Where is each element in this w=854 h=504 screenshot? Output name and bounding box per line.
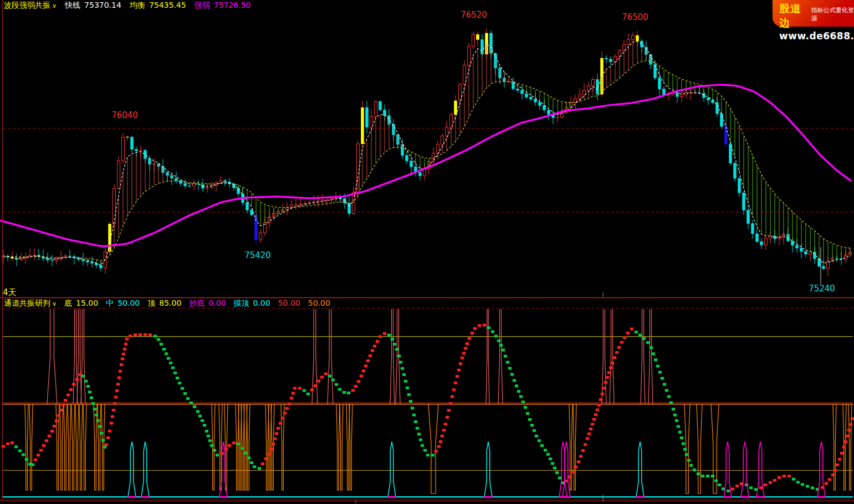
oscillator-dash: [579, 455, 582, 458]
field-label: 强弱: [195, 1, 210, 10]
oscillator-dash: [558, 477, 561, 480]
field-label: 底: [64, 299, 72, 308]
cyan-spike: [388, 442, 396, 497]
candle-body: [375, 101, 377, 116]
oscillator-dash: [59, 409, 63, 412]
field-top-level: 顶 85.00: [147, 299, 181, 308]
oscillator-dash: [181, 387, 184, 390]
oscillator-dash: [176, 377, 179, 379]
candle-body: [539, 102, 541, 105]
candle-body: [184, 183, 187, 186]
oscillator-dash: [568, 476, 571, 479]
candle-body: [47, 258, 49, 260]
oscillator-dash: [524, 406, 527, 409]
oscillator-dash: [397, 354, 401, 357]
oscillator-dash: [806, 485, 809, 487]
const-value-orange: 50.00: [308, 299, 330, 308]
ma-line-yellow: [3, 61, 850, 261]
oscillator-dash: [706, 475, 709, 477]
candle-body: [259, 233, 262, 239]
oscillator-dash: [250, 461, 253, 464]
candle-body: [472, 34, 475, 46]
oscillator-dash: [261, 462, 264, 465]
logo-url: www.de6688.com: [779, 30, 854, 42]
oscillator-dash: [796, 481, 800, 484]
orange-spike: [212, 404, 215, 490]
sub-indicator-selector[interactable]: 通道共振研判 ∨: [4, 299, 57, 308]
orange-spike: [25, 404, 28, 490]
oscillator-dash: [364, 364, 367, 367]
oscillator-dash: [232, 441, 236, 444]
candle-body: [610, 59, 612, 62]
magenta-spike: [562, 442, 570, 497]
main-indicator-selector[interactable]: 波段强弱共振 ∨: [4, 1, 57, 10]
chart-canvas[interactable]: 76040765207650075420752404天: [0, 0, 854, 504]
candle-body: [534, 99, 537, 102]
field-value: 75435.45: [149, 1, 186, 10]
candle-body: [756, 234, 759, 241]
oscillator-dash: [37, 454, 40, 456]
oscillator-dash: [411, 407, 414, 409]
oscillator-dash: [335, 383, 338, 386]
salmon-spike: [498, 309, 503, 404]
oscillator-dash: [456, 375, 459, 378]
oscillator-dash: [783, 475, 786, 477]
oscillator-dash: [606, 376, 609, 379]
candle-body: [592, 80, 595, 86]
oscillator-dash: [597, 404, 601, 407]
oscillator-dash: [426, 454, 429, 456]
oscillator-dash: [22, 454, 25, 456]
oscillator-dash: [513, 379, 516, 382]
oscillator-dash: [687, 459, 691, 462]
oscillator-dash: [196, 410, 200, 413]
orange-spike: [29, 404, 33, 490]
oscillator-dash: [366, 359, 370, 362]
candle-body: [113, 188, 116, 224]
oscillator-dash: [34, 459, 37, 461]
chevron-down-icon[interactable]: ∨: [52, 299, 57, 308]
oscillator-dash: [171, 367, 175, 369]
candle-body: [809, 252, 812, 254]
oscillator-dash: [401, 367, 404, 370]
oscillator-dash: [407, 393, 411, 396]
oscillator-dash: [205, 430, 208, 433]
oscillator-dash: [108, 430, 111, 433]
oscillator-dash: [360, 375, 363, 378]
sub-indicator-title[interactable]: 通道共振研判: [4, 299, 50, 308]
price-label: 75420: [244, 250, 271, 260]
cyan-spike: [128, 442, 136, 497]
oscillator-dash: [387, 333, 391, 336]
baseline-signal-segment: [141, 496, 150, 498]
logo-banner[interactable]: 股道边 指标公式量化资源 www.de6688.com: [773, 0, 854, 27]
field-label: 摸顶: [234, 299, 249, 308]
salmon-spike: [77, 309, 81, 404]
oscillator-dash: [555, 471, 559, 474]
oscillator-dash: [515, 384, 518, 387]
oscillator-dash: [677, 425, 680, 428]
oscillator-dash: [379, 335, 382, 338]
candle-body: [747, 210, 750, 223]
candle-body: [530, 97, 533, 99]
oscillator-dash: [244, 451, 247, 454]
candle-body: [517, 89, 519, 90]
oscillator-dash: [342, 391, 346, 394]
orange-spike: [428, 404, 438, 493]
oscillator-dash: [113, 402, 116, 405]
oscillator-dash: [110, 422, 113, 425]
oscillator-dash: [693, 469, 696, 471]
candle-body: [454, 101, 457, 115]
oscillator-dash: [357, 380, 360, 383]
orange-spike: [56, 404, 59, 490]
oscillator-dash: [395, 348, 398, 351]
candle-body: [605, 58, 608, 59]
oscillator-dash: [154, 335, 157, 337]
oscillator-dash: [842, 446, 846, 449]
oscillator-dash: [6, 443, 9, 445]
main-indicator-header: 波段强弱共振 ∨ 快线 75370.14 均衡 75435.45 强弱 7572…: [4, 1, 251, 10]
candle-body: [521, 90, 524, 94]
oscillator-dash: [253, 465, 256, 468]
oscillator-dash: [731, 488, 734, 491]
oscillator-dash: [203, 424, 206, 426]
main-indicator-title[interactable]: 波段强弱共振: [4, 1, 50, 10]
chevron-down-icon[interactable]: ∨: [52, 1, 57, 11]
